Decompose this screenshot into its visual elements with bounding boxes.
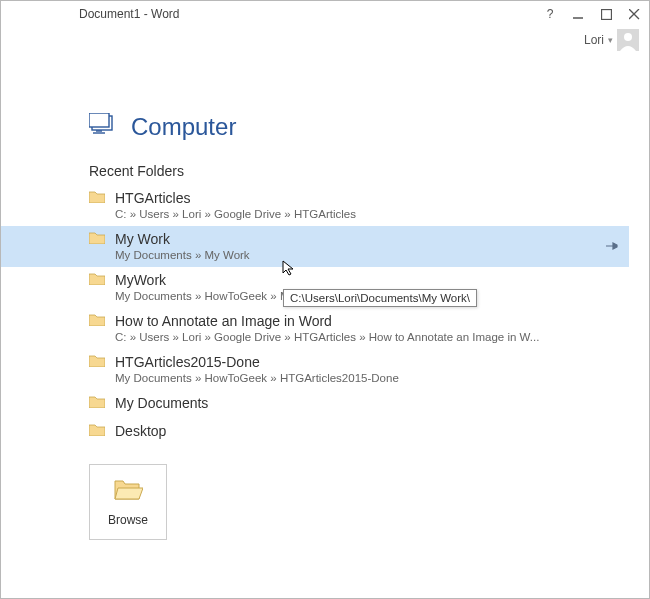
folder-path: My Documents » My Work: [115, 249, 601, 261]
minimize-button[interactable]: [571, 7, 585, 21]
folder-name: My Work: [115, 231, 170, 247]
folder-item[interactable]: My Work My Documents » My Work: [1, 226, 629, 267]
help-button[interactable]: ?: [543, 7, 557, 21]
folder-item[interactable]: My Documents: [65, 390, 609, 418]
browse-button[interactable]: Browse: [89, 464, 167, 540]
folder-item[interactable]: How to Annotate an Image in Word C: » Us…: [65, 308, 609, 349]
svg-rect-1: [601, 9, 611, 19]
folder-icon: [89, 422, 105, 440]
folder-open-icon: [113, 477, 143, 505]
user-name[interactable]: Lori: [584, 33, 604, 47]
folder-icon: [89, 189, 105, 207]
recent-folders-list: HTGArticles C: » Users » Lori » Google D…: [65, 185, 627, 446]
window-title: Document1 - Word: [79, 7, 179, 21]
folder-name: HTGArticles2015-Done: [115, 354, 260, 370]
maximize-button[interactable]: [599, 7, 613, 21]
app-window: Document1 - Word ? Lori ▾: [0, 0, 650, 599]
svg-point-4: [624, 33, 632, 41]
user-bar: Lori ▾: [1, 27, 649, 53]
path-tooltip: C:\Users\Lori\Documents\My Work\: [283, 289, 477, 307]
folder-path: My Documents » HowToGeek » HTGArticles20…: [115, 372, 601, 384]
svg-rect-6: [89, 113, 109, 127]
folder-name: HTGArticles: [115, 190, 190, 206]
close-button[interactable]: [627, 7, 641, 21]
folder-icon: [89, 353, 105, 371]
folder-path: C: » Users » Lori » Google Drive » HTGAr…: [115, 331, 601, 343]
browse-label: Browse: [108, 513, 148, 527]
heading-text: Computer: [131, 113, 236, 141]
folder-item[interactable]: Desktop: [65, 418, 609, 446]
folder-name: How to Annotate an Image in Word: [115, 313, 332, 329]
folder-name: MyWork: [115, 272, 166, 288]
section-label: Recent Folders: [89, 163, 627, 179]
folder-name: Desktop: [115, 423, 166, 439]
pin-icon[interactable]: [605, 238, 619, 256]
folder-item[interactable]: HTGArticles C: » Users » Lori » Google D…: [65, 185, 609, 226]
folder-path: C: » Users » Lori » Google Drive » HTGAr…: [115, 208, 601, 220]
user-dropdown-icon[interactable]: ▾: [608, 35, 613, 45]
folder-icon: [89, 230, 105, 248]
folder-name: My Documents: [115, 395, 208, 411]
computer-icon: [89, 113, 117, 141]
page-heading: Computer: [37, 113, 627, 141]
avatar[interactable]: [617, 29, 639, 51]
folder-icon: [89, 394, 105, 412]
title-bar: Document1 - Word ?: [1, 1, 649, 27]
folder-icon: [89, 271, 105, 289]
folder-item[interactable]: HTGArticles2015-Done My Documents » HowT…: [65, 349, 609, 390]
folder-icon: [89, 312, 105, 330]
